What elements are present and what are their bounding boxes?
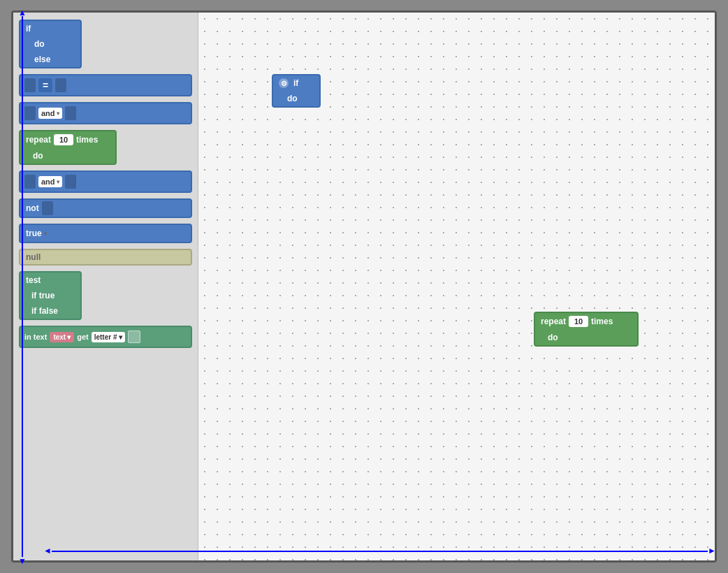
canvas-if-label: if [293,78,298,88]
intext-block[interactable]: in text text ▾ get letter # ▾ [19,326,192,348]
canvas-do-label: do [548,333,558,342]
times-label: times [76,135,98,145]
and-dropdown-2[interactable]: and ▾ [38,176,62,187]
dropdown-arrow-1: ▾ [57,110,59,117]
test-block[interactable]: test if true if false [19,271,82,320]
gear-icon: ⚙ [279,78,289,88]
get-label: get [77,333,89,341]
canvas-repeat-value[interactable]: 10 [569,316,588,327]
if-label: if [26,24,31,34]
text-input[interactable]: text ▾ [50,332,74,342]
left-socket [24,78,36,92]
canvas-area[interactable]: ⚙ if do repeat 10 times do [198,13,715,560]
do-label: do [34,39,45,49]
canvas-times-label: times [591,317,613,326]
canvas-repeat-block[interactable]: repeat 10 times do [534,312,639,347]
and-dropdown-1[interactable]: and ▾ [38,108,62,119]
and-block-1[interactable]: and ▾ [19,102,192,124]
equals-symbol: = [38,78,52,92]
letter-dropdown-arrow: ▾ [119,333,122,341]
right-socket [42,201,53,215]
dropdown-arrow-2: ▾ [57,179,59,185]
left-socket [24,175,36,189]
if-false-label: if false [31,306,58,316]
right-socket [65,106,76,120]
if-true-label: if true [31,291,54,300]
repeat-block-sidebar[interactable]: repeat 10 times do [19,130,117,165]
true-block[interactable]: true ▾ [19,224,192,243]
canvas-if-block[interactable]: ⚙ if do [272,74,321,108]
not-label: not [26,203,39,213]
canvas-repeat-label: repeat [541,317,566,326]
sidebar: if do else = and ▾ rep [13,13,198,560]
text-dropdown-arrow: ▾ [67,333,71,341]
test-label: test [26,275,41,285]
vertical-arrow [22,16,23,557]
not-block[interactable]: not [19,198,192,218]
repeat-value[interactable]: 10 [54,134,73,145]
canvas-do-label: do [287,94,298,103]
and-block-2[interactable]: and ▾ [19,171,192,193]
right-socket [55,78,66,92]
letter-dropdown[interactable]: letter # ▾ [92,332,125,342]
do-label: do [33,151,43,161]
null-label: null [26,252,41,262]
null-block[interactable]: null [19,249,192,266]
true-dropdown-arrow: ▾ [44,231,47,237]
if-do-else-block[interactable]: if do else [19,20,82,68]
in-text-label: in text [24,333,47,341]
repeat-label: repeat [26,135,51,145]
right-socket [128,331,140,343]
true-label: true [26,229,42,238]
else-label: else [34,55,50,64]
left-socket [24,106,36,120]
right-socket [65,175,76,189]
equals-block[interactable]: = [19,74,192,96]
main-container: if do else = and ▾ rep [11,10,717,563]
horizontal-arrow [52,551,198,552]
